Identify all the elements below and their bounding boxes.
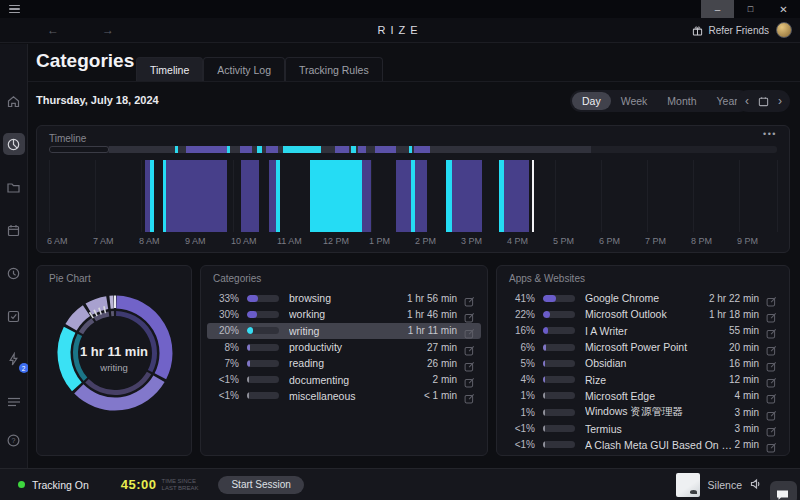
timeline-block[interactable] xyxy=(396,160,411,232)
timeline-panel-title: Timeline xyxy=(49,133,86,144)
app-row-rize[interactable]: 4%Rize12 min xyxy=(503,371,783,387)
timeline-now-cursor[interactable] xyxy=(532,160,534,232)
tab-activity-log[interactable]: Activity Log xyxy=(203,57,285,82)
edit-icon[interactable] xyxy=(766,342,777,353)
timeline-block[interactable] xyxy=(504,160,529,232)
pie-inner-segment-working[interactable] xyxy=(87,373,149,393)
timeline-block[interactable] xyxy=(310,160,362,232)
app-row-obsidian[interactable]: 5%Obsidian16 min xyxy=(503,355,783,371)
timeline-block[interactable] xyxy=(150,160,154,232)
timeline-block[interactable] xyxy=(269,160,276,232)
timeline-block[interactable] xyxy=(362,160,371,232)
app-row-microsoft-power-point[interactable]: 6%Microsoft Power Point20 min xyxy=(503,339,783,355)
category-duration: 1 hr 11 min xyxy=(408,325,457,336)
sidebar-item-categories[interactable] xyxy=(3,133,25,155)
tab-timeline[interactable]: Timeline xyxy=(136,57,203,82)
edit-icon[interactable] xyxy=(766,309,777,320)
edit-icon[interactable] xyxy=(464,358,475,369)
timeline-hour-label: 8 PM xyxy=(691,236,712,246)
timeline-block[interactable] xyxy=(415,160,427,232)
sessions-badge: 2 xyxy=(19,363,29,373)
minimap-segment xyxy=(257,146,261,153)
start-session-button[interactable]: Start Session xyxy=(218,476,303,494)
sidebar-item-sessions[interactable]: 2 xyxy=(3,348,25,370)
app-row-termius[interactable]: <1%Termius3 min xyxy=(503,420,783,436)
app-row-windows[interactable]: 1%Windows 资源管理器3 min xyxy=(503,404,783,420)
album-art[interactable] xyxy=(676,473,700,497)
timeline-block[interactable] xyxy=(166,160,226,232)
minimize-button[interactable]: – xyxy=(701,0,734,18)
sidebar-item-history[interactable] xyxy=(3,262,25,284)
timeline-block[interactable] xyxy=(241,160,259,232)
edit-icon[interactable] xyxy=(766,407,777,418)
category-row-miscellaneous[interactable]: <1%miscellaneous< 1 min xyxy=(207,388,481,404)
pie-chart[interactable] xyxy=(51,289,179,417)
prev-day-button[interactable]: ‹ xyxy=(745,95,749,107)
chat-widget-button[interactable] xyxy=(770,481,797,500)
edit-icon[interactable] xyxy=(464,374,475,385)
sidebar-item-calendar[interactable] xyxy=(3,219,25,241)
svg-text:?: ? xyxy=(12,437,16,444)
edit-icon[interactable] xyxy=(464,390,475,401)
app-row-google-chrome[interactable]: 41%Google Chrome2 hr 22 min xyxy=(503,290,783,306)
category-row-documenting[interactable]: <1%documenting2 min xyxy=(207,371,481,387)
category-row-reading[interactable]: 7%reading26 min xyxy=(207,355,481,371)
app-bar-fill xyxy=(543,392,545,399)
timeline-menu-button[interactable]: ••• xyxy=(763,129,777,139)
close-button[interactable]: ✕ xyxy=(767,0,800,18)
sidebar-item-help[interactable]: ? xyxy=(3,429,25,451)
edit-icon[interactable] xyxy=(766,325,777,336)
app-row-microsoft-outlook[interactable]: 22%Microsoft Outlook1 hr 18 min xyxy=(503,306,783,322)
calendar-picker-icon[interactable] xyxy=(758,96,769,107)
app-label: Rize xyxy=(585,374,729,386)
app-percent: 6% xyxy=(509,342,535,353)
category-label: reading xyxy=(289,357,427,369)
timeline-hour-label: 7 PM xyxy=(645,236,666,246)
maximize-button[interactable]: □ xyxy=(734,0,767,18)
range-day[interactable]: Day xyxy=(572,92,611,110)
range-week[interactable]: Week xyxy=(611,92,658,110)
app-row-i-a-writer[interactable]: 16%I A Writer55 min xyxy=(503,323,783,339)
category-row-working[interactable]: 30%working1 hr 46 min xyxy=(207,306,481,322)
sidebar-item-home[interactable] xyxy=(3,90,25,112)
tab-tracking-rules[interactable]: Tracking Rules xyxy=(285,57,383,82)
hamburger-menu-icon[interactable] xyxy=(9,5,20,14)
edit-icon[interactable] xyxy=(464,342,475,353)
range-month[interactable]: Month xyxy=(657,92,706,110)
category-label: writing xyxy=(289,325,408,337)
pie-inner-segment-writing[interactable] xyxy=(75,335,85,379)
forward-arrow-icon[interactable]: → xyxy=(99,23,117,37)
edit-icon[interactable] xyxy=(766,358,777,369)
sidebar-item-list[interactable] xyxy=(3,391,25,413)
back-arrow-icon[interactable]: ← xyxy=(44,23,62,37)
edit-icon[interactable] xyxy=(766,374,777,385)
app-row-microsoft-edge[interactable]: 1%Microsoft Edge4 min xyxy=(503,388,783,404)
app-row-a-clash-meta-gui-based-on-ta[interactable]: <1%A Clash Meta GUI Based On Ta...2 min xyxy=(503,437,783,453)
app-bar-fill xyxy=(543,311,550,318)
speaker-icon[interactable] xyxy=(750,476,762,494)
next-day-button[interactable]: › xyxy=(778,95,782,107)
edit-icon[interactable] xyxy=(464,293,475,304)
timeline-gridline xyxy=(141,160,142,232)
sidebar-item-tasks[interactable] xyxy=(3,305,25,327)
edit-icon[interactable] xyxy=(766,390,777,401)
edit-icon[interactable] xyxy=(464,309,475,320)
timeline-block[interactable] xyxy=(452,160,483,232)
edit-icon[interactable] xyxy=(766,423,777,434)
timeline-block[interactable] xyxy=(276,160,280,232)
app-bar xyxy=(543,295,575,302)
category-row-writing[interactable]: 20%writing1 hr 11 min xyxy=(207,323,481,339)
category-row-browsing[interactable]: 33%browsing1 hr 56 min xyxy=(207,290,481,306)
edit-icon[interactable] xyxy=(766,293,777,304)
user-avatar[interactable] xyxy=(776,22,792,38)
timeline-hour-label: 12 PM xyxy=(323,236,349,246)
timeline-minimap[interactable] xyxy=(49,146,777,153)
media-track-title: Silence xyxy=(708,479,742,491)
category-row-productivity[interactable]: 8%productivity27 min xyxy=(207,339,481,355)
edit-icon[interactable] xyxy=(464,325,475,336)
edit-icon[interactable] xyxy=(766,439,777,450)
minimap-handle[interactable] xyxy=(49,146,109,153)
category-label: browsing xyxy=(289,292,407,304)
sidebar-item-projects[interactable] xyxy=(3,176,25,198)
refer-friends-button[interactable]: Refer Friends xyxy=(692,25,769,36)
